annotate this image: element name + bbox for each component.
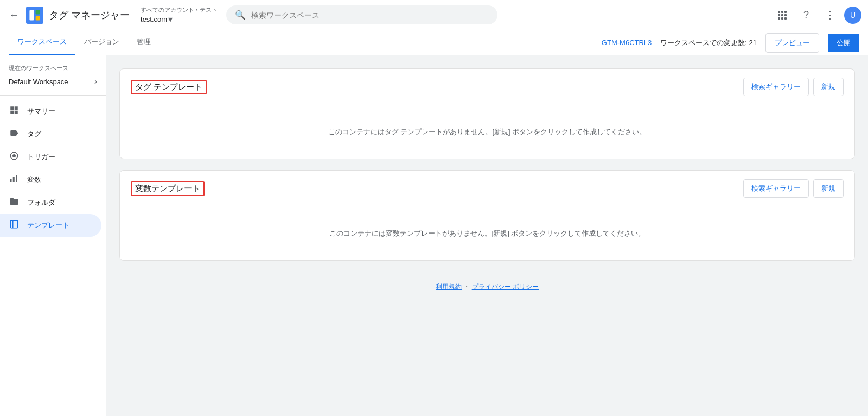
page-footer: 利用規約 ・ プライバシー ポリシー [119,272,855,302]
privacy-link[interactable]: プライバシー ポリシー [472,283,539,291]
sidebar-item-tags[interactable]: タグ [0,123,101,146]
user-avatar[interactable]: U [844,7,861,24]
variable-gallery-button[interactable]: 検索ギャラリー [743,179,809,198]
tag-templates-title: タグ テンプレート [131,80,207,94]
terms-link[interactable]: 利用規約 [436,283,462,291]
variable-templates-actions: 検索ギャラリー 新規 [743,179,844,198]
variable-templates-title: 変数テンプレート [131,181,205,196]
preview-button[interactable]: プレビュー [765,33,819,53]
sub-nav-right: GTM-M6CTRL3 ワークスペースでの変更数: 21 プレビュー 公開 [602,33,859,53]
tag-templates-header: タグ テンプレート 検索ギャラリー 新規 [120,69,854,105]
more-options-button[interactable]: ⋮ [820,5,840,25]
svg-rect-3 [36,16,40,20]
tab-admin[interactable]: 管理 [128,30,159,55]
breadcrumb-top: すべてのアカウント › テスト [141,6,218,14]
sub-navigation: ワークスペース バージョン 管理 GTM-M6CTRL3 ワークスペースでの変更… [0,30,868,55]
tag-new-button[interactable]: 新規 [813,78,844,96]
tags-icon [9,128,20,140]
top-right-icons: ? ⋮ U [773,5,861,25]
svg-rect-5 [15,106,18,110]
top-navigation: ← タグ マネージャー すべてのアカウント › テスト test.com ▾ 🔍… [0,0,868,30]
breadcrumb: すべてのアカウント › テスト test.com ▾ [141,6,218,24]
tag-templates-actions: 検索ギャラリー 新規 [743,78,844,96]
help-button[interactable]: ? [796,5,816,25]
summary-icon [9,105,20,117]
variable-templates-empty-state: このコンテナには変数テンプレートがありません。[新規] ボタンをクリックして作成… [120,207,854,260]
publish-button[interactable]: 公開 [828,34,859,52]
breadcrumb-domain-selector[interactable]: test.com ▾ [141,14,218,24]
svg-rect-6 [10,111,14,114]
sidebar-item-triggers[interactable]: トリガー [0,146,101,168]
gtm-logo [26,7,43,24]
svg-rect-2 [36,10,40,14]
sidebar-item-label: テンプレート [27,220,69,230]
workspace-selector[interactable]: Default Workspace › [9,74,97,89]
footer-separator: ・ [463,283,470,291]
workspace-name: Default Workspace [9,78,68,86]
svg-rect-0 [26,7,43,24]
svg-rect-12 [16,175,17,182]
svg-rect-1 [29,10,34,20]
sidebar: 現在のワークスペース Default Workspace › サマリー タグ [0,55,106,416]
tag-templates-empty-message: このコンテナにはタグ テンプレートがありません。[新規] ボタンをクリックして作… [328,128,646,136]
sidebar-item-folders[interactable]: フォルダ [0,191,101,214]
search-icon: 🔍 [235,10,246,20]
sidebar-item-variables[interactable]: 変数 [0,168,101,191]
tag-gallery-button[interactable]: 検索ギャラリー [743,78,809,96]
sidebar-item-label: タグ [27,129,41,139]
variable-templates-header: 変数テンプレート 検索ギャラリー 新規 [120,171,854,207]
sidebar-item-summary[interactable]: サマリー [0,100,101,123]
variable-templates-empty-message: このコンテナには変数テンプレートがありません。[新規] ボタンをクリックして作成… [329,229,646,237]
templates-icon [9,219,20,231]
workspace-search-bar[interactable]: 🔍 [226,5,497,24]
app-title: タグ マネージャー [49,9,130,22]
tab-workspace[interactable]: ワークスペース [9,30,75,55]
sidebar-item-label: フォルダ [27,198,55,207]
sidebar-item-label: 変数 [27,175,41,185]
breadcrumb-dropdown-arrow: ▾ [168,14,173,24]
folders-icon [9,197,20,209]
sidebar-nav: サマリー タグ トリガー 変数 [0,96,106,241]
changes-count: ワークスペースでの変更数: 21 [660,38,757,48]
tag-templates-empty-state: このコンテナにはタグ テンプレートがありません。[新規] ボタンをクリックして作… [120,105,854,159]
svg-rect-4 [10,106,14,110]
svg-rect-11 [13,177,15,182]
workspace-section: 現在のワークスペース Default Workspace › [0,60,106,96]
breadcrumb-domain: test.com [141,15,167,23]
workspace-chevron-icon: › [94,77,97,86]
waffle-menu-button[interactable] [773,5,792,25]
tab-version[interactable]: バージョン [75,30,128,55]
content-area: タグ テンプレート 検索ギャラリー 新規 このコンテナにはタグ テンプレートがあ… [106,55,868,416]
sidebar-item-label: トリガー [27,152,55,162]
svg-rect-10 [10,179,12,182]
variables-icon [9,174,20,186]
triggers-icon [9,151,20,163]
svg-point-9 [12,154,16,157]
variable-new-button[interactable]: 新規 [813,179,844,198]
sidebar-item-templates[interactable]: テンプレート [0,214,101,237]
gtm-id: GTM-M6CTRL3 [602,39,652,47]
main-layout: 現在のワークスペース Default Workspace › サマリー タグ [0,55,868,416]
back-button[interactable]: ← [7,7,22,23]
svg-rect-7 [15,111,18,114]
sub-nav-tabs: ワークスペース バージョン 管理 [9,30,602,55]
tag-templates-card: タグ テンプレート 検索ギャラリー 新規 このコンテナにはタグ テンプレートがあ… [119,68,855,159]
sidebar-item-label: サマリー [27,106,55,116]
waffle-grid-icon [778,11,787,20]
variable-templates-card: 変数テンプレート 検索ギャラリー 新規 このコンテナには変数テンプレートがありま… [119,170,855,261]
search-input[interactable] [251,11,489,20]
workspace-section-label: 現在のワークスペース [9,64,97,72]
svg-rect-13 [10,220,18,228]
